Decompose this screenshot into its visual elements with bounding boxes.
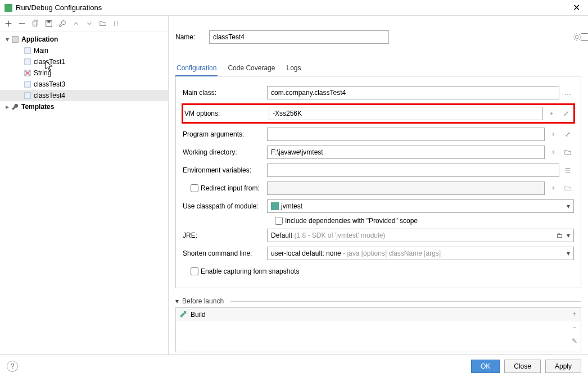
close-icon[interactable]: ✕	[569, 2, 584, 13]
expand-icon[interactable]: ⤢	[562, 128, 574, 140]
plus-icon[interactable]: +	[547, 128, 559, 140]
folder-icon[interactable]	[98, 19, 108, 29]
browse-button[interactable]: …	[562, 87, 574, 99]
svg-rect-11	[184, 311, 186, 314]
tree-node-classtest3[interactable]: classTest3	[0, 79, 168, 90]
gear-icon[interactable]	[572, 33, 581, 42]
redirect-input	[267, 181, 545, 195]
main-class-label: Main class:	[183, 89, 267, 97]
wrench-icon	[11, 103, 19, 111]
classpath-select[interactable]: jvmtest▾	[267, 199, 574, 213]
jre-label: JRE:	[183, 231, 267, 239]
save-icon[interactable]	[44, 19, 54, 29]
up-icon[interactable]	[71, 19, 81, 29]
svg-rect-5	[25, 48, 31, 54]
config-icon	[24, 58, 31, 66]
wrench-icon[interactable]	[57, 19, 67, 29]
svg-rect-6	[25, 59, 31, 65]
tab-configuration[interactable]: Configuration	[175, 61, 218, 76]
expand-icon[interactable]: ▾	[3, 35, 11, 43]
program-args-input[interactable]	[267, 128, 545, 141]
allow-parallel-checkbox[interactable]: Allow parallel run	[495, 25, 523, 49]
env-vars-label: Environment variables:	[183, 166, 267, 174]
hammer-icon	[179, 311, 187, 319]
shorten-select[interactable]: user-local default: none - java [options…	[267, 247, 574, 260]
tab-logs[interactable]: Logs	[285, 61, 302, 76]
window-title: Run/Debug Configurations	[16, 3, 569, 12]
svg-rect-9	[25, 93, 31, 99]
svg-rect-8	[25, 81, 31, 88]
before-launch-header[interactable]: ▾ Before launch	[175, 295, 581, 307]
tree-label: classTest4	[34, 92, 65, 99]
env-vars-input[interactable]	[267, 163, 559, 177]
edit-task-icon[interactable]: ✎	[569, 336, 580, 346]
config-icon	[24, 47, 31, 54]
dialog-footer: ? OK Close Apply	[0, 355, 588, 377]
highlight-box: VM options: + ⤢	[182, 103, 575, 124]
tree-node-classtest1[interactable]: classTest1	[0, 56, 168, 67]
chevron-down-icon: ▾	[567, 249, 570, 257]
collapse-icon[interactable]: ▾	[175, 297, 179, 305]
main-class-input[interactable]	[267, 86, 559, 99]
tree-label: Application	[21, 35, 58, 43]
tree-node-string[interactable]: String	[0, 67, 168, 79]
expand-icon[interactable]: ⤢	[560, 107, 572, 120]
config-icon	[24, 92, 31, 99]
jre-select[interactable]: Default (1.8 - SDK of 'jvmtest' module)🗀…	[267, 229, 574, 242]
folder-icon	[562, 182, 574, 194]
copy-icon[interactable]	[30, 19, 40, 29]
add-task-icon[interactable]: +	[569, 309, 580, 319]
vm-options-label: VM options:	[184, 110, 269, 117]
plus-icon[interactable]: +	[545, 107, 558, 120]
svg-rect-3	[47, 20, 50, 22]
tree-label: classTest1	[34, 58, 65, 66]
apply-button[interactable]: Apply	[545, 360, 581, 373]
tree-label: classTest3	[34, 80, 65, 88]
expand-icon[interactable]: ▸	[3, 103, 11, 111]
svg-point-10	[575, 35, 578, 39]
ok-button[interactable]: OK	[471, 360, 500, 373]
chevron-down-icon: ▾	[567, 231, 570, 239]
down-icon[interactable]	[84, 19, 94, 29]
remove-task-icon[interactable]: −	[569, 323, 580, 333]
vm-options-input[interactable]	[269, 107, 543, 120]
tree-label: Main	[34, 47, 48, 54]
before-launch-list[interactable]: Build + − ✎	[175, 307, 581, 352]
name-input[interactable]	[209, 30, 389, 44]
working-dir-input[interactable]	[267, 146, 545, 159]
tab-coverage[interactable]: Code Coverage	[227, 61, 276, 76]
program-args-label: Program arguments:	[183, 130, 267, 138]
redirect-checkbox[interactable]: Redirect input from:	[191, 184, 267, 192]
app-icon	[4, 4, 12, 12]
help-button[interactable]: ?	[7, 361, 18, 372]
tree-node-application[interactable]: ▾ Application	[0, 34, 168, 45]
add-icon[interactable]	[3, 19, 13, 29]
shorten-label: Shorten command line:	[183, 249, 267, 257]
tab-bar: Configuration Code Coverage Logs	[175, 61, 581, 76]
tree-node-classtest4[interactable]: classTest4	[0, 90, 168, 101]
title-bar: Run/Debug Configurations ✕	[0, 0, 588, 16]
list-icon[interactable]	[562, 164, 574, 176]
remove-icon[interactable]	[17, 19, 27, 29]
tree-node-templates[interactable]: ▸ Templates	[0, 101, 168, 112]
folder-icon[interactable]	[562, 146, 574, 158]
svg-rect-4	[12, 37, 19, 43]
left-panel: ▾ Application Main classTest1 String cla…	[0, 16, 169, 355]
config-icon	[24, 80, 31, 88]
sort-icon[interactable]	[111, 19, 121, 29]
plus-icon: +	[547, 182, 559, 194]
tree-toolbar	[0, 16, 168, 31]
working-dir-label: Working directory:	[183, 148, 267, 156]
store-project-checkbox[interactable]: Store as project file	[536, 21, 564, 53]
config-tree[interactable]: ▾ Application Main classTest1 String cla…	[0, 31, 168, 355]
include-deps-checkbox[interactable]: Include dependencies with "Provided" sco…	[275, 217, 418, 225]
tree-node-main[interactable]: Main	[0, 45, 168, 56]
cancel-button[interactable]: Close	[504, 360, 541, 373]
plus-icon[interactable]: +	[547, 146, 559, 158]
build-task-row[interactable]: Build	[176, 308, 581, 321]
folder-icon[interactable]: 🗀	[557, 231, 563, 239]
name-label: Name:	[175, 33, 203, 41]
right-panel: Name: Allow parallel run Store as projec…	[169, 16, 588, 355]
snapshots-checkbox[interactable]: Enable capturing form snapshots	[191, 267, 299, 275]
application-icon	[11, 35, 19, 43]
